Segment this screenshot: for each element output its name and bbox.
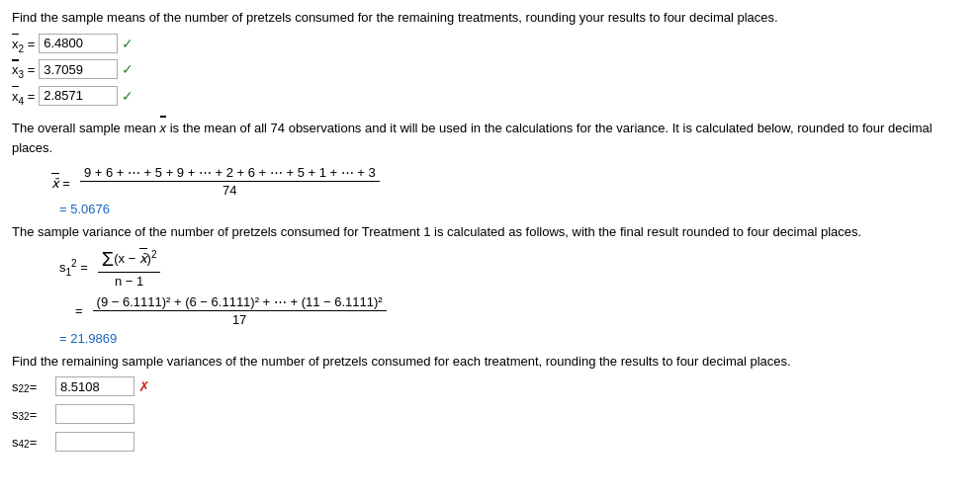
- s4-row: s42 =: [12, 432, 968, 452]
- variance-formula-symbolic: s12 = Σ(x − x̄)2 n − 1: [59, 248, 968, 289]
- variance-numeric-numerator: (9 − 6.1111)² + (6 − 6.1111)² + ⋯ + (11 …: [93, 294, 387, 311]
- x4-label: x4 =: [12, 86, 35, 107]
- mean-formula: x̄ = 9 + 6 + ⋯ + 5 + 9 + ⋯ + 2 + 6 + ⋯ +…: [51, 165, 968, 198]
- variance-symbolic-fraction: Σ(x − x̄)2 n − 1: [98, 248, 161, 289]
- mean-numerator: 9 + 6 + ⋯ + 5 + 9 + ⋯ + 2 + 6 + ⋯ + 5 + …: [80, 165, 380, 182]
- equals-sign: =: [75, 303, 83, 318]
- s3-label: s32 =: [12, 407, 55, 422]
- sigma-symbol: Σ: [102, 248, 114, 270]
- x2-row: x2 = 6.4800 ✓: [12, 34, 968, 54]
- s3-row: s32 =: [12, 404, 968, 424]
- x3-check-icon: ✓: [122, 61, 134, 77]
- s1-squared-label: s12 =: [59, 258, 88, 278]
- x2-label: x2 =: [12, 34, 35, 54]
- x2-check-icon: ✓: [122, 36, 134, 51]
- s2-row: s22 = ✗: [12, 376, 968, 396]
- x3-label: x3 =: [12, 59, 35, 80]
- rounding-word: rounding: [526, 10, 577, 25]
- mean-denominator: 74: [219, 182, 240, 198]
- s2-input[interactable]: [55, 376, 134, 396]
- x3-input[interactable]: 3.7059: [39, 59, 118, 79]
- variance-result: = 21.9869: [59, 331, 968, 346]
- s4-label: s42 =: [12, 435, 55, 450]
- mean-fraction: 9 + 6 + ⋯ + 5 + 9 + ⋯ + 2 + 6 + ⋯ + 5 + …: [80, 165, 380, 198]
- intro-text: Find the sample means of the number of p…: [12, 8, 968, 28]
- variance-intro-text: The sample variance of the number of pre…: [12, 222, 968, 242]
- remaining-variance-text: Find the remaining sample variances of t…: [12, 352, 968, 372]
- variance-numeric-denominator: 17: [228, 311, 250, 327]
- variance-symbolic-numerator: Σ(x − x̄)2: [98, 248, 161, 273]
- variance-numeric-formula: = (9 − 6.1111)² + (6 − 6.1111)² + ⋯ + (1…: [75, 294, 968, 327]
- x2-input[interactable]: 6.4800: [39, 34, 118, 53]
- xbar-symbol: x̄ =: [51, 173, 70, 191]
- x4-check-icon: ✓: [122, 88, 134, 104]
- mean-result: = 5.0676: [59, 202, 968, 216]
- s2-label: s22 =: [12, 379, 55, 394]
- x4-input[interactable]: 2.8571: [39, 86, 118, 106]
- s3-input[interactable]: [55, 404, 134, 424]
- s4-input[interactable]: [55, 432, 134, 452]
- s2-cross-icon: ✗: [138, 378, 150, 394]
- x4-row: x4 = 2.8571 ✓: [12, 86, 968, 107]
- variance-symbolic-denominator: n − 1: [111, 273, 147, 289]
- overall-mean-text: The overall sample mean x is the mean of…: [12, 116, 968, 157]
- variance-numeric-fraction: (9 − 6.1111)² + (6 − 6.1111)² + ⋯ + (11 …: [93, 294, 387, 327]
- x3-row: x3 = 3.7059 ✓: [12, 59, 968, 80]
